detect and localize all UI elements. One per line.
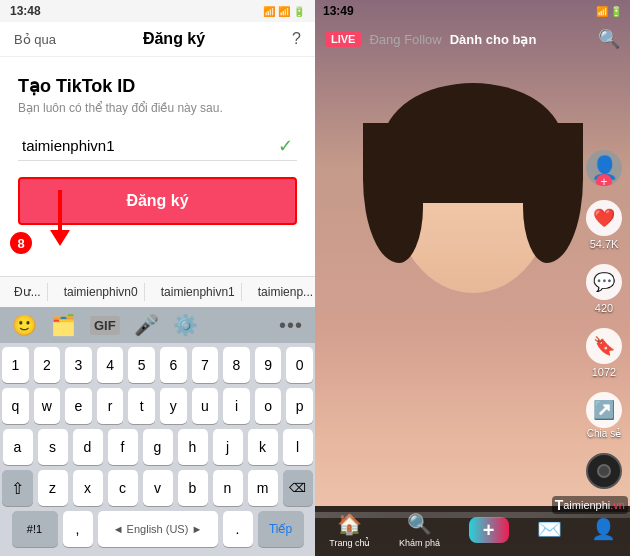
like-count: 54.7K [590, 238, 619, 250]
key-7[interactable]: 7 [192, 347, 219, 383]
suggestion-0[interactable]: Đư... [8, 283, 48, 301]
suggestion-3[interactable]: taimienp... [252, 283, 315, 301]
settings-icon[interactable]: ⚙️ [173, 313, 198, 337]
key-r[interactable]: r [97, 388, 124, 424]
key-m[interactable]: m [248, 470, 278, 506]
key-c[interactable]: c [108, 470, 138, 506]
gif-icon[interactable]: GIF [90, 316, 120, 335]
live-badge: LIVE [325, 31, 361, 47]
keyboard: 1 2 3 4 5 6 7 8 9 0 q w e r t y u i [0, 343, 315, 556]
shift-key[interactable]: ⇧ [2, 470, 33, 506]
symbols-key[interactable]: #!1 [12, 511, 58, 547]
home-label: Trang chủ [329, 538, 370, 548]
key-s[interactable]: s [38, 429, 68, 465]
follow-plus-badge[interactable]: + [596, 174, 612, 186]
key-o[interactable]: o [255, 388, 282, 424]
discover-label: Khám phá [399, 538, 440, 548]
key-h[interactable]: h [178, 429, 208, 465]
space-key[interactable]: ◄ English (US) ► [98, 511, 218, 547]
form-subtitle: Bạn luôn có thể thay đổi điều này sau. [18, 101, 297, 115]
key-5[interactable]: 5 [128, 347, 155, 383]
backspace-key[interactable]: ⌫ [283, 470, 314, 506]
sticker-icon[interactable]: 🗂️ [51, 313, 76, 337]
key-9[interactable]: 9 [255, 347, 282, 383]
bottom-row: #!1 , ◄ English (US) ► . Tiếp [2, 511, 313, 547]
comment-icon-wrap: 💬 420 [586, 264, 622, 314]
key-x[interactable]: x [73, 470, 103, 506]
toolbar-icons: 🙂 🗂️ GIF 🎤 ⚙️ [12, 313, 198, 337]
suggestion-1[interactable]: taimienphivn0 [58, 283, 145, 301]
key-6[interactable]: 6 [160, 347, 187, 383]
key-q[interactable]: q [2, 388, 29, 424]
form-area: Tạo TikTok ID Bạn luôn có thể thay đổi đ… [0, 57, 315, 276]
comment-button[interactable]: 💬 [586, 264, 622, 300]
key-e[interactable]: e [65, 388, 92, 424]
key-t[interactable]: t [128, 388, 155, 424]
bookmark-button[interactable]: 🔖 [586, 328, 622, 364]
status-bar-right: 13:49 📶 🔋 [315, 0, 630, 22]
share-label: Chia sẻ [587, 428, 621, 439]
profile-icon: 👤 [591, 517, 616, 541]
qwerty-row: q w e r t y u i o p [2, 388, 313, 424]
key-i[interactable]: i [223, 388, 250, 424]
watermark: T aimienphi .vn [552, 496, 628, 514]
key-p[interactable]: p [286, 388, 313, 424]
key-n[interactable]: n [213, 470, 243, 506]
period-key[interactable]: . [223, 511, 253, 547]
key-w[interactable]: w [34, 388, 61, 424]
key-3[interactable]: 3 [65, 347, 92, 383]
status-bar-left: 13:48 📶 📶 🔋 [0, 0, 315, 22]
next-key[interactable]: Tiếp [258, 511, 304, 547]
key-1[interactable]: 1 [2, 347, 29, 383]
comma-key[interactable]: , [63, 511, 93, 547]
bookmark-icon-wrap: 🔖 1072 [586, 328, 622, 378]
profile-icon-wrap: 👤 + [586, 150, 622, 186]
emoji-icon[interactable]: 🙂 [12, 313, 37, 337]
zxcv-row: ⇧ z x c v b n m ⌫ [2, 470, 313, 506]
key-a[interactable]: a [3, 429, 33, 465]
add-video-button[interactable]: + [469, 517, 509, 543]
like-button[interactable]: ❤️ [586, 200, 622, 236]
username-input[interactable] [18, 131, 297, 161]
key-8[interactable]: 8 [223, 347, 250, 383]
key-f[interactable]: f [108, 429, 138, 465]
help-button[interactable]: ? [292, 30, 301, 48]
status-icons-left: 📶 📶 🔋 [263, 6, 305, 17]
mic-icon[interactable]: 🎤 [134, 313, 159, 337]
key-4[interactable]: 4 [97, 347, 124, 383]
time-right: 13:49 [323, 4, 354, 18]
asdf-row: a s d f g h j k l [2, 429, 313, 465]
key-2[interactable]: 2 [34, 347, 61, 383]
suggestion-2[interactable]: taimienphivn1 [155, 283, 242, 301]
key-b[interactable]: b [178, 470, 208, 506]
key-z[interactable]: z [38, 470, 68, 506]
share-button[interactable]: ↗️ [586, 392, 622, 428]
key-u[interactable]: u [192, 388, 219, 424]
key-v[interactable]: v [143, 470, 173, 506]
key-rows: 1 2 3 4 5 6 7 8 9 0 q w e r t y u i [0, 343, 315, 556]
key-y[interactable]: y [160, 388, 187, 424]
status-icons-right: 📶 🔋 [596, 6, 622, 17]
nav-messages[interactable]: ✉️ [537, 517, 562, 543]
suggestions-bar: Đư... taimienphivn0 taimienphivn1 taimie… [0, 276, 315, 307]
more-icon[interactable]: ••• [279, 314, 303, 337]
nav-bar: Bỏ qua Đăng ký ? [0, 22, 315, 57]
back-button[interactable]: Bỏ qua [14, 32, 56, 47]
username-input-wrap: ✓ [18, 131, 297, 161]
search-icon[interactable]: 🔍 [598, 28, 620, 50]
time-left: 13:48 [10, 4, 41, 18]
profile-avatar[interactable]: 👤 + [586, 150, 622, 186]
key-j[interactable]: j [213, 429, 243, 465]
nav-profile[interactable]: 👤 [591, 517, 616, 543]
like-icon-wrap: ❤️ 54.7K [586, 200, 622, 250]
key-k[interactable]: k [248, 429, 278, 465]
key-0[interactable]: 0 [286, 347, 313, 383]
tab-label[interactable]: Dành cho bạn [450, 32, 537, 47]
key-d[interactable]: d [73, 429, 103, 465]
left-panel: 13:48 📶 📶 🔋 Bỏ qua Đăng ký ? Tạo TikTok … [0, 0, 315, 556]
music-disc[interactable] [586, 453, 622, 489]
key-l[interactable]: l [283, 429, 313, 465]
arrow-indicator [50, 190, 70, 246]
bookmark-count: 1072 [592, 366, 616, 378]
key-g[interactable]: g [143, 429, 173, 465]
